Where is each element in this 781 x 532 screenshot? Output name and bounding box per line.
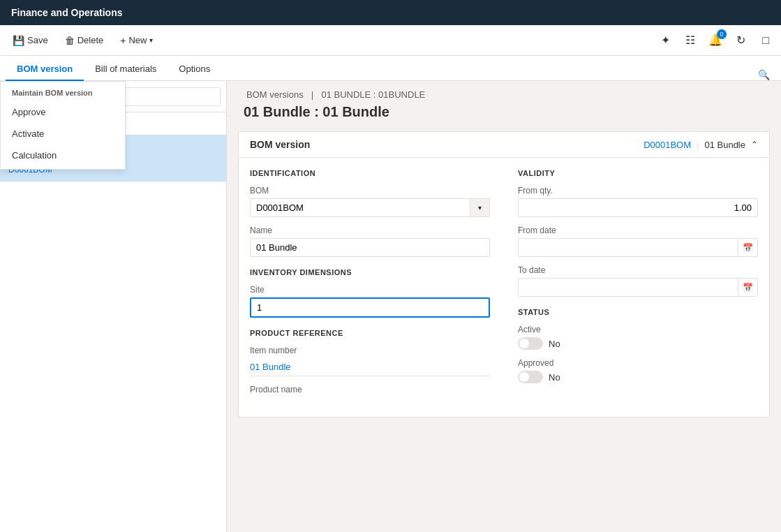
bom-input-wrap: ▾ (250, 198, 490, 217)
to-date-calendar-btn[interactable]: 📅 (738, 279, 757, 296)
form-card-title: BOM version (250, 139, 310, 150)
dropdown-item-activate[interactable]: Activate (1, 123, 125, 145)
new-chevron-icon: ▾ (149, 36, 153, 44)
breadcrumb-sep: | (311, 90, 313, 100)
site-input[interactable] (250, 297, 490, 318)
approved-toggle[interactable] (518, 371, 543, 383)
new-button[interactable]: + New ▾ (113, 31, 160, 50)
nav-tabs-bar: BOM version Bill of materials Options 🔍 (0, 56, 781, 81)
name-input[interactable] (250, 238, 490, 257)
list-items: 01 Bundle 01 Bundle D0001BOM (0, 135, 226, 532)
refresh-icon[interactable]: ↻ (731, 31, 750, 50)
tab-bom-version[interactable]: BOM version (6, 58, 84, 81)
form-card-chevron-icon[interactable]: ⌃ (751, 140, 758, 149)
field-product-name: Product name (250, 385, 490, 394)
section-validity: VALIDITY From qty. From date 📅 (518, 169, 758, 297)
approved-toggle-label: No (549, 372, 560, 383)
item-number-label: Item number (250, 346, 490, 355)
field-item-number: Item number 01 Bundle (250, 346, 490, 376)
minimize-icon[interactable]: □ (756, 31, 775, 50)
form-left-col: IDENTIFICATION BOM ▾ Name (250, 169, 490, 406)
delete-button[interactable]: 🗑 Delete (58, 31, 111, 50)
breadcrumb-link2[interactable]: 01 BUNDLE : 01BUNDLE (321, 89, 425, 100)
tab-bom-version-label: BOM version (17, 64, 73, 74)
site-label: Site (250, 285, 490, 295)
form-card-header-sep: | (697, 140, 699, 150)
toolbar-right: ✦ ☷ 🔔 0 ↻ □ (655, 31, 775, 50)
field-from-qty: From qty. (518, 186, 758, 217)
name-label: Name (250, 226, 490, 235)
from-date-input-wrap: 📅 (518, 238, 758, 257)
search-icon[interactable]: 🔍 (758, 69, 770, 80)
form-card-header: BOM version D0001BOM | 01 Bundle ⌃ (239, 132, 769, 158)
to-date-input-wrap: 📅 (518, 278, 758, 297)
breadcrumb: BOM versions | 01 BUNDLE : 01BUNDLE (244, 89, 764, 100)
bom-input[interactable] (251, 199, 470, 216)
approved-toggle-row: No (518, 371, 758, 383)
field-bom: BOM ▾ (250, 186, 490, 217)
item-number-link[interactable]: 01 Bundle (250, 362, 291, 372)
product-name-label: Product name (250, 385, 490, 394)
from-date-label: From date (518, 226, 758, 235)
toolbar: 💾 Save 🗑 Delete + New ▾ ✦ ☷ 🔔 0 ↻ □ (0, 25, 781, 56)
active-toggle-label: No (549, 339, 560, 349)
active-label: Active (518, 325, 758, 334)
title-bar: Finance and Operations (0, 0, 781, 25)
approved-label: Approved (518, 358, 758, 368)
section-identification: IDENTIFICATION BOM ▾ Name (250, 169, 490, 257)
save-icon: 💾 (13, 35, 24, 46)
tab-options[interactable]: Options (168, 58, 221, 81)
breadcrumb-link1[interactable]: BOM versions (246, 89, 304, 100)
product-reference-section-title: PRODUCT REFERENCE (250, 329, 490, 337)
dropdown-menu: Maintain BOM version Approve Activate Ca… (0, 81, 126, 170)
tab-options-label: Options (179, 64, 210, 74)
form-card-bom-version: BOM version D0001BOM | 01 Bundle ⌃ IDENT… (238, 131, 770, 418)
field-active: Active No (518, 325, 758, 350)
tab-bill-of-materials[interactable]: Bill of materials (84, 58, 168, 81)
bom-label: BOM (250, 186, 490, 195)
office-icon[interactable]: ☷ (680, 31, 700, 50)
field-approved: Approved No (518, 358, 758, 383)
field-from-date: From date 📅 (518, 226, 758, 257)
from-date-input[interactable] (519, 239, 738, 256)
from-date-calendar-btn[interactable]: 📅 (738, 239, 757, 256)
field-name: Name (250, 226, 490, 257)
identification-section-title: IDENTIFICATION (250, 169, 490, 177)
dropdown-item-calculation[interactable]: Calculation (1, 145, 125, 166)
to-date-input[interactable] (519, 279, 738, 296)
active-toggle[interactable] (518, 337, 543, 350)
right-header: BOM versions | 01 BUNDLE : 01BUNDLE 01 B… (227, 81, 781, 126)
new-plus-icon: + (120, 35, 126, 46)
dropdown-item-approve[interactable]: Approve (1, 101, 125, 123)
section-inventory-dimensions: INVENTORY DIMENSIONS Site (250, 268, 490, 318)
form-card-header-right: D0001BOM | 01 Bundle ⌃ (644, 140, 758, 150)
field-site: Site (250, 285, 490, 318)
notification-icon[interactable]: 🔔 0 (706, 31, 725, 50)
from-qty-label: From qty. (518, 186, 758, 195)
form-right-col: VALIDITY From qty. From date 📅 (518, 169, 758, 406)
form-card-header-link[interactable]: D0001BOM (644, 140, 691, 150)
new-label: New (128, 35, 147, 45)
validity-section-title: VALIDITY (518, 169, 758, 177)
form-card-header-val: 01 Bundle (704, 140, 745, 150)
active-toggle-row: No (518, 337, 758, 350)
form-body: IDENTIFICATION BOM ▾ Name (239, 158, 769, 417)
section-product-reference: PRODUCT REFERENCE Item number 01 Bundle … (250, 329, 490, 394)
settings-icon[interactable]: ✦ (655, 31, 675, 50)
status-section-title: STATUS (518, 308, 758, 316)
delete-label: Delete (77, 35, 104, 45)
notification-badge: 0 (717, 29, 727, 39)
save-label: Save (27, 35, 48, 45)
from-qty-input[interactable] (518, 198, 758, 217)
to-date-label: To date (518, 265, 758, 275)
section-status: STATUS Active No Approved (518, 308, 758, 383)
delete-icon: 🗑 (65, 35, 75, 46)
bom-dropdown-btn[interactable]: ▾ (470, 199, 489, 216)
app-title: Finance and Operations (11, 7, 122, 18)
inventory-dimensions-section-title: INVENTORY DIMENSIONS (250, 268, 490, 276)
item-number-value: 01 Bundle (250, 358, 490, 376)
field-to-date: To date 📅 (518, 265, 758, 297)
page-title: 01 Bundle : 01 Bundle (244, 104, 764, 120)
right-panel: BOM versions | 01 BUNDLE : 01BUNDLE 01 B… (227, 81, 781, 532)
save-button[interactable]: 💾 Save (6, 31, 55, 50)
